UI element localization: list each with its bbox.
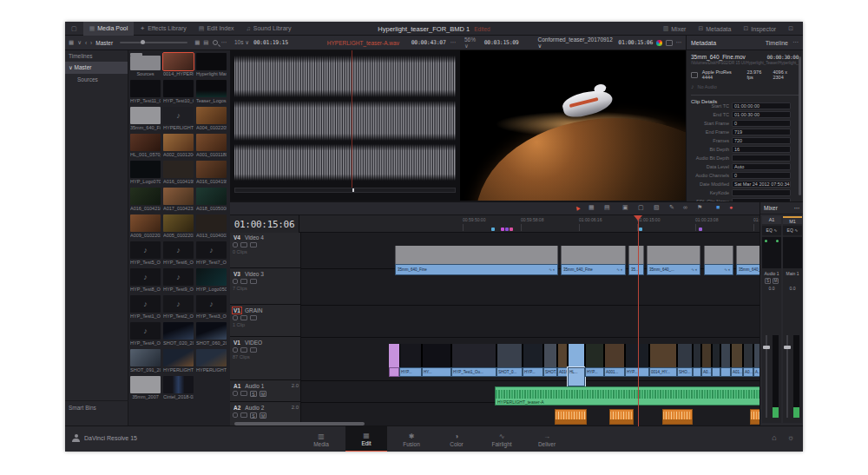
media-clip[interactable]: HYP_Test1_Output — [130, 295, 161, 319]
clip-detail-value[interactable]: 0 — [732, 172, 791, 179]
clip-detail-value[interactable]: 719 — [732, 129, 791, 135]
bin-sources[interactable]: Sources — [65, 74, 128, 85]
timeline-clip-audio2[interactable] — [662, 409, 693, 425]
source-clip-name[interactable]: HYPERLIGHT_teaser-A.wav — [327, 40, 399, 46]
timeline-clip-audio1[interactable]: HYPERLIGHT_teaser-A — [495, 386, 803, 406]
mute-button[interactable]: M — [773, 278, 779, 284]
timeline-tool-icon[interactable]: ∞ — [683, 204, 687, 210]
media-clip[interactable]: Hyperlight Maste... — [196, 53, 227, 76]
timeline-viewer[interactable] — [460, 50, 686, 201]
mixer-more-icon[interactable]: ⋯ — [794, 205, 800, 212]
timeline-clip-video[interactable]: HL... — [568, 344, 585, 378]
lock-icon[interactable] — [233, 315, 238, 320]
page-tab[interactable]: → Deliver — [526, 426, 568, 452]
media-clip[interactable]: Sources — [130, 53, 161, 76]
sound-library-button[interactable]: ♫Sound Library — [240, 22, 298, 36]
timeline-clip-video[interactable]: A016... — [557, 344, 568, 378]
media-clip[interactable]: HYP_Test11_Ou... — [130, 80, 161, 103]
clip-detail-value[interactable]: 01:00:00:00 — [732, 102, 791, 109]
timeline-tool-icon[interactable]: ● — [729, 204, 733, 210]
timeline-clip-audio2[interactable] — [609, 409, 634, 425]
lock-icon[interactable] — [233, 279, 238, 284]
timeline-tool-icon[interactable]: ▢ — [638, 204, 644, 211]
timeline-marker[interactable] — [505, 228, 509, 231]
timeline-tool-icon[interactable]: ⚑ — [697, 204, 702, 211]
timeline-clip-video[interactable]: SHOT... — [543, 344, 557, 378]
auto-select-icon[interactable] — [240, 279, 247, 284]
media-clip[interactable]: A013_01040029_... — [196, 214, 227, 238]
media-clip[interactable]: HYP_Test3_Output — [196, 295, 227, 319]
search-icon[interactable] — [213, 40, 218, 45]
wave-zoom-dropdown[interactable]: 10s ∨ — [234, 39, 249, 46]
list-view-icon[interactable]: ▤ — [203, 39, 208, 46]
timeline-tool-icon[interactable]: ▤ — [604, 204, 610, 211]
track-header-v4[interactable]: V4Video 4 0 Clips — [230, 233, 301, 268]
timeline-clip-video[interactable]: HYP_Test1_Ou... — [451, 344, 496, 378]
source-viewer[interactable] — [230, 50, 460, 201]
page-tab[interactable]: ∿ Fairlight — [481, 426, 523, 452]
timeline-clip-video[interactable]: HYP... — [523, 344, 543, 378]
solo-button[interactable]: S — [250, 412, 257, 419]
timeline-clip-video[interactable]: HYP... — [399, 344, 422, 378]
media-clip[interactable]: HYP_Test6_Output — [163, 241, 194, 265]
enable-icon[interactable] — [250, 347, 257, 353]
media-clip[interactable]: SHOT_091_20170... — [130, 349, 161, 373]
metadata-button[interactable]: ⊟Metadata — [692, 22, 737, 36]
bin-timelines[interactable]: Timelines — [65, 50, 128, 62]
media-clip[interactable]: HYP_Test9_Output — [163, 268, 194, 292]
media-clip[interactable]: HYP_Test2_Output — [163, 295, 194, 319]
media-clip[interactable]: A004_01022056_... — [196, 107, 227, 130]
timeline-clip-video[interactable] — [720, 344, 731, 378]
media-clip[interactable]: HYPERLIGHT_tea... — [163, 107, 194, 130]
source-options-icon[interactable]: ⋯ — [450, 39, 457, 46]
effects-library-button[interactable]: ✦Effects Library — [134, 22, 193, 36]
timeline-clip-video[interactable]: SHOT_0... — [496, 344, 523, 378]
workspace-icon[interactable]: ⊡ — [782, 22, 799, 36]
auto-select-icon[interactable] — [240, 347, 247, 353]
eq-button[interactable]: EQ ∿ — [762, 226, 781, 235]
timeline-tool-icon[interactable]: ✎ — [669, 204, 674, 211]
timeline-clip-v3[interactable]: 35mm_640_... — [647, 246, 700, 275]
media-clip[interactable]: 35mm_640_Fine — [130, 107, 161, 130]
bin-master[interactable]: ∨ Master — [65, 62, 128, 74]
timeline-clip-v3[interactable]: 35... — [628, 246, 644, 275]
media-pool-button[interactable]: ▦Media Pool — [83, 22, 135, 36]
solo-button[interactable]: S — [765, 278, 771, 284]
timeline-tool-icon[interactable]: ▦ — [589, 204, 595, 211]
auto-select-icon[interactable] — [240, 315, 247, 320]
timeline-marker[interactable] — [510, 228, 513, 231]
enable-icon[interactable] — [250, 279, 257, 284]
source-playhead[interactable] — [352, 50, 352, 189]
media-clip[interactable]: 0014_HYPERLIGH... — [163, 53, 194, 76]
clip-detail-value[interactable] — [732, 189, 791, 196]
view-chevron-icon[interactable]: ∨ — [77, 39, 82, 46]
eq-button[interactable]: EQ ∿ — [783, 226, 802, 235]
page-tab[interactable]: ▥ Media — [300, 426, 342, 452]
timeline-clip-v3[interactable]: 35mm_640_Fine — [395, 246, 558, 275]
timeline-clip-video[interactable]: A0... — [743, 344, 753, 378]
media-clip[interactable]: Teaser_Logos.Mov — [196, 80, 227, 103]
timeline-clip-v3[interactable]: 35mm_640_Fine — [561, 246, 626, 275]
strip-id[interactable]: A1 — [762, 216, 781, 224]
media-clip[interactable]: A018_01050005_... — [196, 188, 227, 211]
track-header-v3[interactable]: V3Video 3 7 Clips — [230, 269, 301, 305]
display-mode-icon[interactable] — [666, 40, 673, 46]
clip-detail-value[interactable] — [732, 155, 791, 162]
timeline-clip-video[interactable] — [712, 344, 720, 378]
media-clip[interactable]: HYP_Logo050_Ou... — [196, 268, 227, 292]
timeline-clip-video[interactable] — [389, 344, 399, 378]
clip-detail-value[interactable]: 16 — [732, 146, 791, 153]
thumb-size-slider[interactable] — [120, 42, 187, 43]
timeline-tool-icon[interactable]: ▲ — [572, 203, 582, 214]
mute-button[interactable]: M — [260, 412, 266, 419]
timeline-clip-video[interactable]: A001... — [604, 344, 625, 378]
media-clip[interactable]: HYP_Test10_Ou... — [163, 80, 194, 103]
media-clip[interactable]: HYPERLIGHT_000... — [196, 349, 227, 373]
media-clip[interactable]: SHOT_060_20170... — [196, 322, 227, 346]
media-clip[interactable]: HYP_Test5_Output — [130, 241, 161, 265]
volume-fader[interactable] — [766, 335, 767, 418]
media-clip[interactable]: A002_01012048_... — [163, 134, 194, 157]
timeline-clip-video[interactable]: SHO... — [677, 344, 693, 378]
media-clip[interactable]: HYP_Test7_Output — [196, 241, 227, 265]
clip-detail-value[interactable]: Auto — [732, 163, 791, 170]
